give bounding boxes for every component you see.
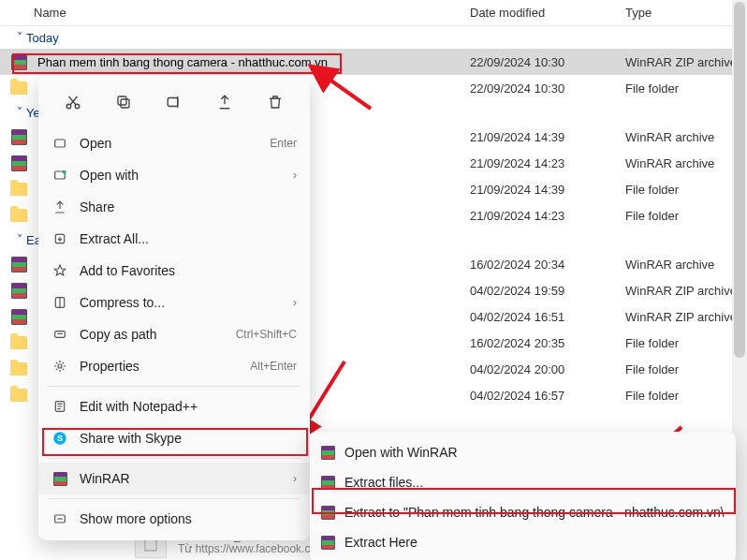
submenu-item-1[interactable]: Extract files... (310, 467, 736, 497)
menu-item-show-more-options[interactable]: Show more options (38, 503, 310, 535)
scrollbar-thumb[interactable] (734, 2, 745, 358)
winrar-icon (321, 446, 335, 460)
svg-rect-3 (118, 96, 126, 105)
skype-icon: S (51, 430, 68, 447)
submenu-label: Extract files... (344, 475, 725, 490)
cut-button[interactable] (57, 86, 89, 118)
rename-icon (166, 94, 183, 111)
winrar-icon (11, 155, 27, 171)
folder-icon (10, 389, 27, 402)
copypath-icon (51, 326, 68, 343)
file-type: File folder (625, 209, 747, 223)
folder-icon (10, 81, 27, 95)
file-type: File folder (625, 362, 747, 376)
chevron-right-icon: › (293, 296, 297, 309)
file-date: 04/02/2024 20:00 (470, 362, 625, 376)
menu-item-extract-all-[interactable]: Extract All... (38, 223, 310, 255)
menu-item-label: WinRAR (80, 471, 282, 486)
notepad-icon (51, 398, 68, 415)
delete-icon (267, 94, 284, 111)
star-icon (51, 262, 68, 279)
winrar-icon (11, 309, 27, 325)
winrar-icon (321, 536, 335, 550)
column-date[interactable]: Date modified (470, 6, 625, 20)
folder-icon (10, 362, 27, 376)
column-header-row: Name Date modified Type (0, 0, 747, 26)
file-date: 16/02/2024 20:35 (470, 336, 625, 350)
file-type: File folder (625, 81, 747, 96)
menu-item-shortcut: Ctrl+Shift+C (236, 328, 297, 341)
menu-item-share[interactable]: Share (38, 191, 310, 223)
group-header[interactable]: ˅Today (0, 26, 747, 49)
file-date: 21/09/2024 14:23 (470, 156, 625, 170)
chevron-right-icon: › (293, 169, 297, 182)
file-date: 16/02/2024 20:34 (470, 258, 625, 272)
download-source: Từ https://www.facebook.com (178, 542, 326, 555)
winrar-icon (11, 54, 27, 70)
file-type: WinRAR archive (625, 156, 747, 170)
share-icon (216, 94, 233, 111)
menu-separator (48, 458, 300, 459)
file-row[interactable]: Phan mem tinh bang thong camera - nhatth… (0, 49, 747, 75)
svg-rect-4 (168, 98, 178, 107)
menu-item-open[interactable]: Open Enter (38, 127, 310, 159)
group-label: Today (26, 31, 59, 45)
column-type[interactable]: Type (625, 6, 747, 20)
menu-item-label: Extract All... (80, 231, 297, 246)
file-type: WinRAR ZIP archive (625, 55, 747, 69)
menu-item-label: Open with (80, 168, 282, 183)
menu-item-winrar[interactable]: WinRAR › (38, 463, 310, 494)
svg-rect-5 (55, 140, 66, 147)
menu-item-label: Compress to... (80, 295, 282, 310)
context-menu: Open Enter Open with › Share Extract All… (38, 75, 310, 540)
file-type: WinRAR ZIP archive (625, 284, 747, 298)
file-type: WinRAR ZIP archive (625, 310, 747, 324)
submenu-label: Extract Here (344, 535, 725, 550)
openwith-icon (51, 167, 68, 184)
chevron-right-icon: › (293, 472, 297, 485)
file-date: 04/02/2024 19:59 (470, 284, 625, 298)
svg-point-7 (63, 170, 66, 174)
properties-icon (51, 358, 68, 375)
menu-item-open-with[interactable]: Open with › (38, 159, 310, 191)
copy-button[interactable] (108, 86, 139, 118)
file-date: 22/09/2024 10:30 (470, 55, 625, 69)
submenu-label: Open with WinRAR (344, 445, 725, 460)
menu-item-copy-as-path[interactable]: Copy as path Ctrl+Shift+C (38, 318, 310, 350)
share-button[interactable] (209, 86, 241, 118)
menu-item-label: Properties (80, 359, 239, 374)
menu-item-properties[interactable]: Properties Alt+Enter (38, 350, 310, 382)
menu-item-edit-with-notepad-[interactable]: Edit with Notepad++ (38, 391, 310, 422)
open-icon (51, 135, 68, 152)
file-type: File folder (625, 389, 747, 403)
file-date: 21/09/2024 14:39 (470, 183, 625, 197)
delete-button[interactable] (259, 86, 291, 118)
submenu-item-0[interactable]: Open with WinRAR (310, 437, 736, 467)
compress-icon (51, 294, 68, 311)
menu-item-label: Share (80, 199, 297, 214)
submenu-item-3[interactable]: Extract Here (310, 527, 736, 557)
winrar-icon (321, 476, 335, 490)
rename-button[interactable] (158, 86, 190, 118)
cut-icon (65, 94, 81, 111)
menu-item-compress-to-[interactable]: Compress to... › (38, 287, 310, 318)
chevron-down-icon: ˅ (17, 106, 22, 119)
chevron-down-icon: ˅ (17, 31, 22, 44)
file-date: 04/02/2024 16:57 (470, 389, 625, 403)
menu-item-label: Show more options (80, 511, 297, 526)
file-date: 21/09/2024 14:39 (470, 130, 625, 144)
submenu-item-2[interactable]: Extract to "Phan mem tinh bang thong cam… (310, 497, 736, 527)
submenu-label: Extract to "Phan mem tinh bang thong cam… (344, 505, 725, 520)
column-name[interactable]: Name (0, 6, 470, 20)
file-date: 04/02/2024 16:51 (470, 310, 625, 324)
svg-text:S: S (57, 434, 63, 443)
context-submenu: Open with WinRAR Extract files... Extrac… (310, 432, 736, 560)
menu-item-share-with-skype[interactable]: S Share with Skype (38, 422, 310, 454)
winrar-icon (51, 470, 68, 487)
context-menu-top-actions (38, 81, 310, 127)
folder-icon (10, 336, 27, 349)
menu-item-add-to-favorites[interactable]: Add to Favorites (38, 255, 310, 287)
menu-item-label: Add to Favorites (80, 263, 297, 278)
file-type: File folder (625, 336, 747, 350)
folder-icon (10, 209, 27, 222)
